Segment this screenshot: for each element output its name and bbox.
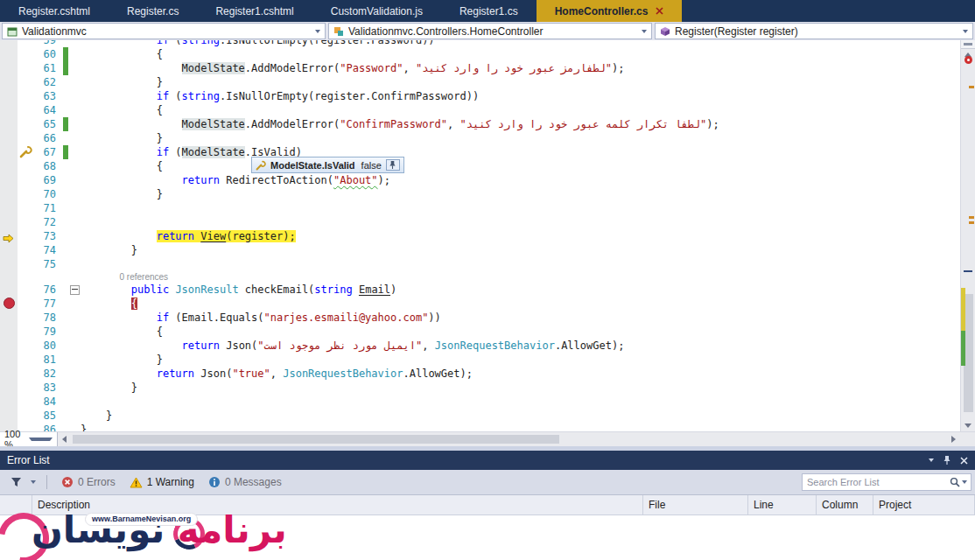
code-line-83[interactable]: 83}	[0, 381, 960, 395]
column-header-description[interactable]: Description	[32, 495, 643, 514]
breakpoint-margin[interactable]	[0, 229, 18, 243]
breakpoint-margin[interactable]	[0, 325, 18, 339]
breakpoint-margin[interactable]	[0, 283, 18, 297]
breakpoint-margin[interactable]	[0, 40, 18, 47]
tab-customvalidation-js[interactable]: CustomValidation.js	[312, 0, 441, 22]
breakpoint-margin[interactable]	[0, 187, 18, 201]
pin-icon[interactable]	[943, 455, 951, 466]
code-line-59[interactable]: 59if (string.IsNullOrEmpty(register.Pass…	[0, 40, 960, 47]
column-header-file[interactable]: File	[643, 495, 748, 514]
breakpoint-margin[interactable]	[0, 311, 18, 325]
breakpoint-margin[interactable]	[0, 103, 18, 117]
code-line-71[interactable]: 71	[0, 201, 960, 215]
project-dropdown[interactable]: Validationmvc	[2, 23, 326, 39]
codelens-indicator[interactable]: 0 references	[0, 271, 960, 283]
breakpoint-margin[interactable]	[0, 61, 18, 75]
codelens-references[interactable]: 0 references	[81, 271, 960, 283]
code-line-84[interactable]: 84	[0, 395, 960, 409]
scrollbar-thumb[interactable]	[73, 435, 559, 444]
code-line-72[interactable]: 72	[0, 215, 960, 229]
hscroll-track[interactable]	[71, 432, 947, 446]
error-list-body[interactable]	[0, 515, 975, 560]
tab-register-cs[interactable]: Register.cs	[109, 0, 197, 22]
code-editor[interactable]: 59if (string.IsNullOrEmpty(register.Pass…	[0, 40, 960, 431]
code-line-75[interactable]: 75	[0, 257, 960, 271]
window-position-button[interactable]	[929, 458, 934, 462]
pin-icon[interactable]	[386, 159, 400, 171]
chevron-down-icon[interactable]	[962, 480, 967, 484]
code-line-77[interactable]: 77{	[0, 297, 960, 311]
code-token: }	[131, 244, 137, 256]
code-line-62[interactable]: 62}	[0, 75, 960, 89]
breakpoint-margin[interactable]	[0, 173, 18, 187]
vertical-scrollbar[interactable]	[960, 40, 975, 431]
code-line-70[interactable]: 70}	[0, 187, 960, 201]
code-line-76[interactable]: 76public JsonResult checkEmail(string Em…	[0, 283, 960, 297]
scroll-left-arrow-icon[interactable]	[62, 436, 67, 443]
code-line-81[interactable]: 81}	[0, 353, 960, 367]
errors-filter-button[interactable]: 0 Errors	[54, 474, 123, 490]
code-line-60[interactable]: 60{	[0, 47, 960, 61]
code-line-73[interactable]: 73return View(register);	[0, 229, 960, 243]
tab-register1-cs[interactable]: Register1.cs	[441, 0, 537, 22]
code-line-64[interactable]: 64{	[0, 103, 960, 117]
code-line-67[interactable]: 67if (ModelState.IsValid)	[0, 145, 960, 159]
code-line-86[interactable]: 86}	[0, 423, 960, 431]
breakpoint-margin[interactable]	[0, 47, 18, 61]
breakpoint-margin[interactable]	[0, 339, 18, 353]
close-icon[interactable]	[960, 457, 968, 465]
warnings-filter-button[interactable]: 1 Warning	[123, 474, 201, 490]
breakpoint-margin[interactable]	[0, 215, 18, 229]
column-header-project[interactable]: Project	[873, 495, 975, 514]
fold-margin[interactable]	[68, 283, 81, 297]
column-header-column[interactable]: Column	[817, 495, 873, 514]
zoom-control[interactable]: 100 %	[0, 432, 58, 446]
search-input[interactable]	[803, 477, 950, 487]
breakpoint-margin[interactable]	[0, 201, 18, 215]
code-line-69[interactable]: 69return RedirectToAction("About");	[0, 173, 960, 187]
code-line-79[interactable]: 79{	[0, 325, 960, 339]
breakpoint-margin[interactable]	[0, 117, 18, 131]
breakpoint-margin[interactable]	[0, 131, 18, 145]
code-line-82[interactable]: 82return Json("true", JsonRequestBehavio…	[0, 367, 960, 381]
close-icon[interactable]	[656, 7, 663, 15]
breakpoint-margin[interactable]	[0, 89, 18, 103]
scroll-down-arrow-icon[interactable]	[964, 424, 971, 428]
breakpoint-margin[interactable]	[0, 353, 18, 367]
breakpoint-margin[interactable]	[0, 145, 18, 159]
search-icon[interactable]	[950, 477, 960, 487]
column-header-line[interactable]: Line	[748, 495, 817, 514]
code-line-66[interactable]: 66}	[0, 131, 960, 145]
tab-register1-cshtml[interactable]: Register1.cshtml	[197, 0, 312, 22]
debugger-datatip[interactable]: ModelState.IsValid false	[251, 157, 404, 173]
code-line-74[interactable]: 74}	[0, 243, 960, 257]
breakpoint-margin[interactable]	[0, 75, 18, 89]
collapse-icon[interactable]	[70, 285, 80, 295]
breakpoint-margin[interactable]	[0, 297, 18, 311]
breakpoint-margin[interactable]	[0, 257, 18, 271]
messages-filter-button[interactable]: 0 Messages	[201, 474, 289, 490]
code-line-65[interactable]: 65ModelState.AddModelError("ConfirmPassw…	[0, 117, 960, 131]
scroll-right-arrow-icon[interactable]	[951, 436, 956, 443]
breakpoint-margin[interactable]	[0, 243, 18, 257]
error-list-title-bar[interactable]: Error List	[0, 451, 975, 470]
code-line-68[interactable]: 68{	[0, 159, 960, 173]
tab-register-cshtml[interactable]: Register.cshtml	[0, 0, 109, 22]
code-line-78[interactable]: 78if (Email.Equals("narjes.esmaili@yahoo…	[0, 311, 960, 325]
member-dropdown[interactable]: Register(Register register)	[655, 23, 973, 39]
search-box[interactable]	[802, 473, 971, 491]
tab-homecontroller-cs[interactable]: HomeController.cs	[537, 0, 683, 22]
breakpoint-margin[interactable]	[0, 409, 18, 423]
splitter-grip-icon[interactable]	[961, 40, 975, 49]
breakpoint-margin[interactable]	[0, 381, 18, 395]
horizontal-scrollbar[interactable]: 100 %	[0, 431, 975, 446]
code-line-85[interactable]: 85}	[0, 409, 960, 423]
breakpoint-margin[interactable]	[0, 367, 18, 381]
type-dropdown[interactable]: Validationmvc.Controllers.HomeController	[328, 23, 652, 39]
code-line-61[interactable]: 61ModelState.AddModelError("Password", "…	[0, 61, 960, 75]
breakpoint-margin[interactable]	[0, 159, 18, 173]
filter-button[interactable]	[7, 475, 39, 489]
breakpoint-margin[interactable]	[0, 395, 18, 409]
code-line-80[interactable]: 80return Json("ایمیل مورد نظر موجود است"…	[0, 339, 960, 353]
code-line-63[interactable]: 63if (string.IsNullOrEmpty(register.Conf…	[0, 89, 960, 103]
